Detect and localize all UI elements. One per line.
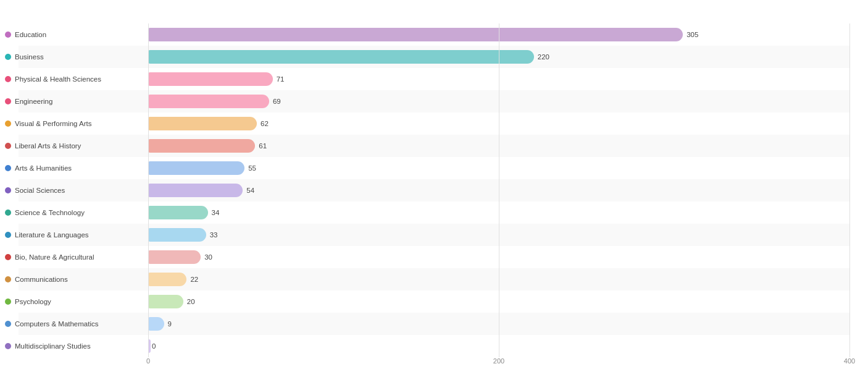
bar-dot xyxy=(5,187,11,193)
bar-label: Education xyxy=(15,31,144,38)
bar-value: 33 xyxy=(210,231,218,239)
chart-container: Education 305 Business 220 Physical & He… xyxy=(0,0,868,390)
bar-value: 22 xyxy=(190,276,198,283)
bar-label: Multidisciplinary Studies xyxy=(15,342,144,350)
bar-fill xyxy=(148,250,201,264)
bar-label: Bio, Nature & Agricultural xyxy=(15,253,144,261)
bar-fill xyxy=(148,28,683,41)
bar-fill xyxy=(148,273,186,286)
bar-track: 61 xyxy=(148,139,849,153)
bar-value: 0 xyxy=(152,342,156,350)
bar-fill xyxy=(148,228,206,242)
bar-fill xyxy=(148,206,208,219)
bar-fill xyxy=(148,117,257,130)
bar-track: 305 xyxy=(148,28,849,41)
bar-row: Engineering 69 xyxy=(19,90,849,112)
bar-row: Social Sciences 54 xyxy=(19,179,849,201)
bar-fill xyxy=(148,95,269,108)
bar-track: 34 xyxy=(148,206,849,219)
bar-row: Physical & Health Sciences 71 xyxy=(19,68,849,90)
bar-track: 71 xyxy=(148,72,849,86)
bar-value: 62 xyxy=(261,120,269,127)
bar-row: Business 220 xyxy=(19,46,849,68)
bar-dot xyxy=(5,54,11,60)
bar-label-wrapper: Business xyxy=(19,53,148,61)
bar-track: 62 xyxy=(148,117,849,130)
x-axis-tick: 0 xyxy=(146,357,150,365)
bar-label: Liberal Arts & History xyxy=(15,142,144,150)
bar-track: 22 xyxy=(148,273,849,286)
bar-value: 55 xyxy=(248,164,256,172)
bar-dot xyxy=(5,165,11,171)
bar-row: Computers & Mathematics 9 xyxy=(19,313,849,335)
bar-value: 34 xyxy=(212,209,220,216)
bar-label-wrapper: Bio, Nature & Agricultural xyxy=(19,253,148,261)
bar-dot xyxy=(5,121,11,127)
bar-label: Literature & Languages xyxy=(15,231,144,239)
x-axis: 0200400 xyxy=(148,357,849,372)
bar-track: 20 xyxy=(148,295,849,308)
bar-fill xyxy=(148,295,183,308)
bar-label: Arts & Humanities xyxy=(15,164,144,172)
bar-row: Communications 22 xyxy=(19,268,849,290)
bar-track: 54 xyxy=(148,184,849,197)
bar-row: Arts & Humanities 55 xyxy=(19,157,849,179)
bar-label-wrapper: Education xyxy=(19,31,148,38)
bar-dot xyxy=(5,254,11,260)
bars-section: Education 305 Business 220 Physical & He… xyxy=(19,23,849,357)
bar-fill xyxy=(148,184,243,197)
bar-row: Bio, Nature & Agricultural 30 xyxy=(19,246,849,268)
bar-dot xyxy=(5,276,11,282)
bar-track: 0 xyxy=(148,339,849,353)
bar-fill xyxy=(148,339,151,353)
bar-label-wrapper: Visual & Performing Arts xyxy=(19,120,148,127)
bar-label-wrapper: Science & Technology xyxy=(19,209,148,216)
bar-fill xyxy=(148,161,244,175)
bar-label: Social Sciences xyxy=(15,187,144,194)
bar-fill xyxy=(148,50,534,64)
bar-label: Communications xyxy=(15,276,144,283)
bar-label: Physical & Health Sciences xyxy=(15,75,144,83)
bar-label: Computers & Mathematics xyxy=(15,320,144,328)
bar-row: Education 305 xyxy=(19,23,849,46)
bar-label: Visual & Performing Arts xyxy=(15,120,144,127)
bar-track: 55 xyxy=(148,161,849,175)
bar-label-wrapper: Communications xyxy=(19,276,148,283)
bar-value: 220 xyxy=(538,53,549,61)
bar-row: Psychology 20 xyxy=(19,290,849,313)
bar-label-wrapper: Literature & Languages xyxy=(19,231,148,239)
bar-row: Liberal Arts & History 61 xyxy=(19,135,849,157)
bar-label-wrapper: Computers & Mathematics xyxy=(19,320,148,328)
bar-label-wrapper: Social Sciences xyxy=(19,187,148,194)
bar-value: 54 xyxy=(246,187,254,194)
bar-fill xyxy=(148,139,255,153)
bar-label: Engineering xyxy=(15,98,144,105)
bar-row: Literature & Languages 33 xyxy=(19,224,849,246)
bar-dot xyxy=(5,76,11,82)
bar-value: 9 xyxy=(168,320,172,328)
bar-label-wrapper: Multidisciplinary Studies xyxy=(19,342,148,350)
bar-label: Science & Technology xyxy=(15,209,144,216)
x-axis-tick: 200 xyxy=(493,357,504,365)
bar-label-wrapper: Liberal Arts & History xyxy=(19,142,148,150)
bar-label-wrapper: Psychology xyxy=(19,298,148,305)
bar-row: Multidisciplinary Studies 0 xyxy=(19,335,849,357)
bar-row: Visual & Performing Arts 62 xyxy=(19,112,849,135)
bar-dot xyxy=(5,299,11,305)
bar-dot xyxy=(5,32,11,38)
bar-fill xyxy=(148,317,164,331)
bar-track: 30 xyxy=(148,250,849,264)
bar-fill xyxy=(148,72,273,86)
bar-value: 20 xyxy=(187,298,195,305)
bar-row: Science & Technology 34 xyxy=(19,201,849,224)
bar-dot xyxy=(5,321,11,327)
bar-label: Psychology xyxy=(15,298,144,305)
bar-value: 71 xyxy=(277,75,285,83)
bar-dot xyxy=(5,232,11,238)
bar-label-wrapper: Engineering xyxy=(19,98,148,105)
grid-line xyxy=(849,23,850,357)
bar-dot xyxy=(5,343,11,349)
bar-dot xyxy=(5,98,11,104)
bar-track: 220 xyxy=(148,50,849,64)
bar-value: 61 xyxy=(259,142,267,150)
